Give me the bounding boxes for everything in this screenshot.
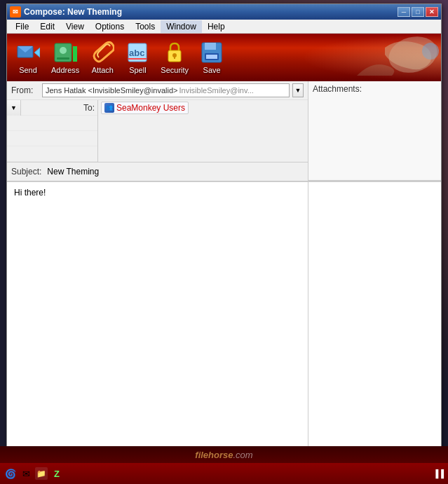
taskbar-icons: 🌀 ✉ 📁 Z — [4, 467, 63, 480]
menu-window[interactable]: Window — [161, 20, 202, 33]
taskbar: 🌀 ✉ 📁 Z ▐▐ — [0, 463, 448, 484]
taskbar-icon-mail[interactable]: ✉ — [20, 467, 32, 480]
toolbar: Send Address — [7, 34, 441, 81]
security-button[interactable]: Security — [157, 39, 192, 76]
attach-icon — [90, 41, 114, 64]
subject-input[interactable] — [44, 165, 304, 179]
from-hint: InvisibleSmiley@inv... — [179, 86, 253, 95]
to-label[interactable]: To: — [21, 103, 97, 113]
main-layout: Hi there! — [7, 181, 441, 472]
subject-row: Subject: — [7, 163, 308, 181]
taskbar-icon-start[interactable]: 🌀 — [4, 467, 17, 480]
svg-marker-6 — [73, 46, 77, 62]
save-icon — [200, 41, 224, 64]
svg-rect-16 — [206, 55, 217, 59]
address-button[interactable]: Address — [48, 39, 83, 76]
spell-icon: abc — [125, 41, 149, 64]
from-label: From: — [11, 85, 39, 95]
subject-label: Subject: — [11, 167, 41, 177]
close-button[interactable]: ✕ — [426, 7, 438, 17]
taskbar-icon-z[interactable]: Z — [50, 467, 63, 480]
address-icon — [53, 41, 77, 64]
window-controls: ─ □ ✕ — [398, 7, 438, 17]
taskbar-right: ▐▐ — [433, 469, 444, 478]
empty-recipients — [98, 116, 308, 162]
title-bar-left: ✉ Compose: New Theming — [10, 6, 122, 18]
send-button[interactable]: Send — [13, 39, 43, 76]
security-label: Security — [161, 66, 189, 74]
svg-rect-14 — [205, 43, 216, 50]
attachments-header: Attachments: — [308, 81, 441, 181]
from-form: From: Jens Hatlak <InvisibleSmiley@inval… — [7, 81, 308, 181]
menu-edit[interactable]: Edit — [34, 20, 60, 33]
from-section: From: Jens Hatlak <InvisibleSmiley@inval… — [7, 81, 441, 181]
recipients-left: ▼ To: — [7, 100, 98, 162]
from-input-field[interactable]: Jens Hatlak <InvisibleSmiley@invalid> In… — [42, 83, 290, 97]
taskbar-icon-folder[interactable]: 📁 — [35, 467, 48, 480]
svg-point-18 — [422, 43, 439, 60]
menu-bar: File Edit View Options Tools Window Help — [7, 20, 441, 34]
address-label: Address — [51, 66, 79, 74]
to-value-row: 👥 SeaMonkey Users — [98, 100, 308, 116]
window-title: Compose: New Theming — [24, 7, 122, 17]
recipients-right: 👥 SeaMonkey Users — [98, 100, 308, 162]
title-bar: ✉ Compose: New Theming ─ □ ✕ — [7, 4, 441, 20]
security-icon — [163, 41, 186, 64]
send-icon — [16, 41, 40, 64]
svg-rect-12 — [174, 56, 175, 59]
header-area: From: Jens Hatlak <InvisibleSmiley@inval… — [7, 81, 441, 181]
svg-point-4 — [60, 47, 67, 54]
recipients-area: ▼ To: 👥 SeaMonkey Users — [7, 100, 308, 163]
svg-marker-2 — [34, 48, 40, 57]
save-button[interactable]: Save — [196, 39, 227, 76]
attachments-label: Attachments: — [313, 84, 362, 94]
filehorse-logo: filehorse — [195, 450, 233, 460]
attachments-panel — [308, 182, 441, 472]
recipient-name: SeaMonkey Users — [116, 103, 185, 113]
spell-button[interactable]: abc Spell — [122, 39, 153, 76]
to-type-row: ▼ To: — [7, 100, 97, 116]
filehorse-bar: filehorse.com — [0, 446, 448, 463]
empty-row-3 — [7, 146, 97, 162]
svg-text:abc: abc — [129, 48, 144, 58]
minimize-button[interactable]: ─ — [398, 7, 410, 17]
empty-row-2 — [7, 131, 97, 146]
recipient-tag-icon: 👥 — [104, 103, 114, 113]
from-value: Jens Hatlak <InvisibleSmiley@invalid> — [46, 86, 177, 95]
taskbar-volume: ▐▐ — [433, 469, 444, 478]
from-dropdown-button[interactable]: ▼ — [292, 83, 304, 97]
compose-body[interactable]: Hi there! — [7, 182, 308, 472]
filehorse-text: filehorse.com — [195, 450, 252, 460]
send-label: Send — [19, 66, 37, 74]
window-icon: ✉ — [10, 6, 21, 18]
save-label: Save — [203, 66, 221, 74]
recipient-type-button[interactable]: ▼ — [7, 100, 21, 116]
menu-file[interactable]: File — [10, 20, 34, 33]
attach-button[interactable]: Attach — [87, 39, 118, 76]
menu-help[interactable]: Help — [202, 20, 231, 33]
spell-label: Spell — [129, 66, 146, 74]
menu-view[interactable]: View — [60, 20, 90, 33]
svg-rect-5 — [57, 57, 69, 60]
empty-row-1 — [7, 116, 97, 131]
from-row: From: Jens Hatlak <InvisibleSmiley@inval… — [7, 81, 308, 100]
body-text: Hi there! — [14, 188, 46, 198]
svg-point-17 — [385, 34, 441, 78]
recipient-tag[interactable]: 👥 SeaMonkey Users — [101, 102, 189, 114]
attach-label: Attach — [92, 66, 114, 74]
menu-tools[interactable]: Tools — [130, 20, 161, 33]
restore-button[interactable]: □ — [412, 7, 424, 17]
menu-options[interactable]: Options — [90, 20, 130, 33]
